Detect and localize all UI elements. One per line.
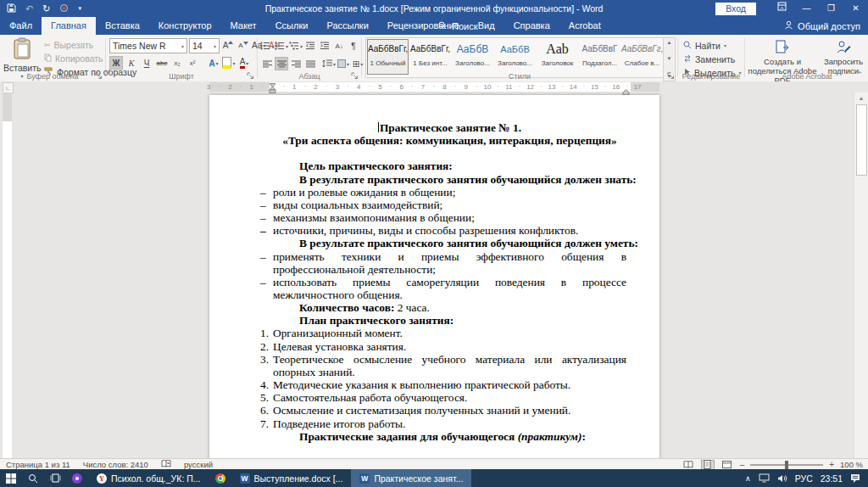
taskbar-app-word-2-active[interactable]: W Практическое занят... [351,469,471,487]
taskbar-app-word-1[interactable]: W Выступление.docx [... [231,469,352,487]
zoom-in-icon[interactable]: + [829,460,834,469]
sort-icon[interactable]: А↓ [332,39,346,53]
collapse-ribbon-icon[interactable]: ⌃ [856,70,863,79]
print-layout-icon[interactable] [701,460,715,470]
tab-references[interactable]: Ссылки [266,17,318,35]
clipboard-dialog-launcher-icon[interactable] [95,72,103,80]
line-spacing-icon[interactable]: ▾ [322,57,336,70]
scrollbar-thumb[interactable] [856,104,867,176]
style-subtitle[interactable]: АаБбВвГПодзагол... [579,39,620,75]
shading-icon[interactable]: ▾ [337,57,350,70]
style-normal[interactable]: АаБбВвГг,1 Обычный [367,39,409,75]
close-button[interactable]: ✕ [843,0,868,17]
taskbar-app-yandex[interactable]: Y Психол. общ._УК: П... [88,469,209,487]
highlight-color-button[interactable]: ▾ [222,56,236,70]
tab-file[interactable]: Файл [0,17,42,35]
word-count[interactable]: Число слов: 2410 [83,460,148,469]
tab-layout[interactable]: Макет [221,17,266,35]
ribbon-display-options-icon[interactable] [770,0,794,17]
align-right-icon[interactable] [289,57,303,70]
qat-customize-icon[interactable]: ▾ [78,0,81,17]
taskbar-search-icon[interactable] [22,469,44,487]
alice-app-icon[interactable] [66,469,88,487]
find-button[interactable]: Найти▾ [683,39,741,52]
grow-font-button[interactable]: А [221,38,235,52]
text-effects-button[interactable]: А▾ [207,56,220,70]
tab-design[interactable]: Конструктор [149,17,221,35]
tab-mailings[interactable]: Рассылки [317,17,377,35]
style-heading1[interactable]: АаБбВЗаголово... [452,39,493,75]
tray-chevron-icon[interactable]: ∧ [745,474,751,483]
touch-mode-icon[interactable] [59,1,69,16]
volume-icon[interactable] [777,474,787,483]
document-content[interactable]: Практическое занятие № 1. «Три аспекта о… [273,121,626,458]
zoom-out-icon[interactable]: – [740,460,745,469]
language-indicator[interactable]: русский [184,460,213,469]
scrollbar-up-icon[interactable]: ▲ [854,92,868,104]
action-center-icon[interactable] [850,473,860,483]
sign-in-button[interactable]: Вход [715,3,756,15]
doc-plan-item: 7.Подведение итогов работы. [273,417,626,430]
start-button[interactable] [0,469,22,487]
styles-dialog-launcher-icon[interactable] [667,72,675,80]
tab-acrobat[interactable]: Acrobat [559,17,610,35]
align-center-icon[interactable] [275,57,288,70]
justify-icon[interactable] [303,57,317,70]
input-language[interactable]: РУС [795,473,813,484]
italic-button[interactable]: К [125,56,138,70]
numbering-icon[interactable]: ▾ [275,39,288,53]
redo-icon[interactable]: ↻ [42,0,50,17]
bullets-icon[interactable]: ▾ [260,39,274,53]
share-button[interactable]: Общий доступ [784,17,860,35]
gallery-scroll-up-icon[interactable]: ▲ [667,40,672,45]
tab-help[interactable]: Справка [504,17,559,35]
zoom-slider[interactable] [750,464,823,466]
search-box[interactable]: Поиск [438,17,477,35]
vertical-scrollbar[interactable]: ▲ [854,92,868,458]
document-page[interactable]: Практическое занятие № 1. «Три аспекта о… [209,95,659,458]
clock[interactable]: 23:51 [821,473,843,484]
proofing-icon[interactable] [161,460,171,469]
multilevel-list-icon[interactable]: ▾ [289,39,303,53]
undo-icon[interactable]: ↶ [25,0,33,17]
group-styles: АаБбВвГг,1 Обычный АаБбВвГг,1 Без инт...… [362,35,677,81]
font-dialog-launcher-icon[interactable] [247,72,254,80]
font-family-select[interactable]: Times New R▾ [109,38,187,53]
shrink-font-button[interactable]: А [236,38,250,52]
minimize-button[interactable]: — [794,0,819,17]
decrease-indent-icon[interactable] [303,39,317,53]
style-no-spacing[interactable]: АаБбВвГг,1 Без инт... [409,39,451,75]
superscript-button[interactable]: х² [186,56,199,70]
tab-insert[interactable]: Вставка [96,17,149,35]
tab-home[interactable]: Главная [42,17,96,35]
style-subtle-emphasis[interactable]: АаБбВвГг,Слабое в... [621,39,663,75]
pilcrow-icon[interactable]: ¶ [347,39,360,53]
style-title[interactable]: AabЗаголовок [537,39,578,75]
font-size-select[interactable]: 14▾ [189,38,220,53]
replace-button[interactable]: Заменить [683,53,741,65]
chrome-icon[interactable] [209,469,231,487]
page-indicator[interactable]: Страница 1 из 11 [6,460,70,469]
style-heading2[interactable]: АаБбВЗаголово... [494,39,536,75]
group-font: Times New R▾ 14▾ А А Аа▾ А Ж К Ч abc х₂ … [106,35,257,81]
create-pdf-button[interactable]: Создать и поделиться Adobe PDF [745,37,820,76]
network-icon[interactable] [759,473,770,483]
doc-know-heading: В результате практического занятия обуча… [273,173,626,186]
font-color-button[interactable]: А▾ [237,56,251,70]
align-left-icon[interactable] [260,57,274,70]
web-layout-icon[interactable] [721,460,734,470]
zoom-level[interactable]: 100 % [840,460,863,469]
task-view-icon[interactable] [44,469,66,487]
underline-button[interactable]: Ч [140,56,153,70]
zoom-slider-thumb[interactable] [785,461,788,469]
gallery-scroll-down-icon[interactable]: ▼ [667,56,672,61]
strikethrough-button[interactable]: abc [155,56,169,70]
subscript-button[interactable]: х₂ [170,56,184,70]
bold-button[interactable]: Ж [109,56,123,70]
paragraph-dialog-launcher-icon[interactable] [351,72,359,80]
save-icon[interactable] [7,1,16,16]
read-mode-icon[interactable] [682,460,695,470]
maximize-button[interactable]: ❐ [819,0,843,17]
doc-title-line2: «Три аспекта общения: коммуникация, инте… [273,134,626,147]
increase-indent-icon[interactable] [318,39,331,53]
